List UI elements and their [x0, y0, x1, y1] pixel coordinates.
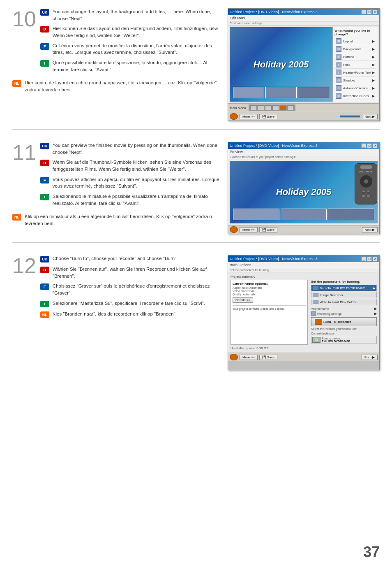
win-12-buttons: _ □ ✕: [361, 256, 378, 261]
step-12-lang-uk: UK Choose "Burn to", choose your recorde…: [40, 255, 219, 262]
main-menu-label: Main Menu: [230, 106, 246, 110]
photo-3: [298, 87, 329, 98]
side-item-interaction[interactable]: ⊞ Interaction Cubes ▶: [334, 92, 376, 100]
step-12-content: UK Choose "Burn to", choose your recorde…: [40, 255, 219, 321]
win-10: Untitled Project * [DVD-Video] - NeroVis…: [228, 8, 380, 121]
step-11-number: 11: [12, 142, 36, 163]
remote-btn-2[interactable]: [367, 190, 371, 193]
win-10-footer: More >> 💾 Save Next ▶: [228, 112, 379, 121]
photo-11-2[interactable]: [281, 209, 327, 220]
image-recorder-option[interactable]: Image Recorder: [311, 292, 377, 298]
shadow-icon: ◑: [336, 77, 341, 83]
win-10-titlebar: Untitled Project * [DVD-Video] - NeroVis…: [228, 9, 379, 15]
select-recorder-label: Select the recorder you want to use:: [311, 327, 377, 330]
set-params-label: Set the parameters for burning:: [311, 280, 377, 283]
step-11-uk-text: You can preview the finished movie by pr…: [53, 142, 219, 156]
save-btn-11[interactable]: 💾 Save: [259, 227, 277, 232]
win-10-menubar: Edit Menu: [228, 15, 379, 21]
side-item-autorun[interactable]: ▷ Autorun/Xplosion ▶: [334, 84, 376, 92]
details-btn[interactable]: Details >>: [233, 297, 253, 303]
video-mode: Video mode: PAL: [233, 290, 306, 293]
quality: Quality: Automatic: [233, 293, 306, 296]
win-11-body: Holiday 2005 TITLE MENU: [228, 159, 379, 225]
remote-btn-1[interactable]: [361, 190, 365, 193]
side-item-background[interactable]: ▨ Background ▶: [334, 45, 376, 53]
win-12-maximize[interactable]: □: [367, 256, 372, 261]
recording-icon: [311, 311, 316, 316]
photo-11-1[interactable]: [233, 209, 279, 220]
win-11-maximize[interactable]: □: [367, 143, 372, 148]
win-11-minimize[interactable]: _: [361, 143, 366, 148]
step-11-lang-d: D Wenn Sie auf die Thumbnail-Symbole kli…: [40, 159, 219, 172]
save-btn-10[interactable]: 💾 Save: [259, 114, 277, 119]
footer-progress: [340, 115, 360, 118]
flag-nl-12: NL: [40, 311, 49, 318]
remote-dpad[interactable]: [360, 175, 372, 188]
next-btn-10[interactable]: Next ▶: [362, 114, 378, 119]
remote-dpad-center: [364, 179, 368, 183]
remote-btn-4[interactable]: [367, 195, 371, 197]
next-btn-11[interactable]: Next ▶: [362, 227, 378, 232]
win-minimize-btn[interactable]: _: [361, 9, 366, 14]
step-10-lang-i: I Qui è possibile modificare la disposiz…: [40, 59, 219, 73]
win-maximize-btn[interactable]: □: [367, 9, 372, 14]
remote-top: [360, 165, 372, 169]
background-icon: ▨: [336, 46, 341, 52]
page-number: 37: [363, 543, 380, 561]
step-11-d-text: Wenn Sie auf die Thumbnail-Symbole klick…: [53, 159, 219, 172]
step-12-nl-text: Kies "Branden naar", kies de recorder en…: [53, 311, 177, 318]
page: 10 UK You can change the layout, the bac…: [0, 0, 392, 569]
flag-uk-12: UK: [40, 256, 49, 262]
win-11-buttons: _ □ ✕: [361, 143, 378, 148]
project-summary-title: Project summary: [231, 275, 377, 279]
nav-icon-1[interactable]: [250, 105, 257, 110]
win-11-menubar: Preview: [228, 149, 379, 155]
more-btn-12[interactable]: More >>: [240, 355, 258, 360]
interaction-icon: ⊞: [336, 93, 341, 99]
step-12-uk-text: Choose "Burn to", choose your recorder a…: [53, 255, 178, 262]
step-11-lang-nl: NL Klik op een miniatuur als u een afger…: [12, 213, 219, 227]
remote-btn-3[interactable]: [361, 195, 365, 197]
win-12-minimize[interactable]: _: [361, 256, 366, 261]
nav-icon-6[interactable]: [287, 105, 294, 110]
win-11-close[interactable]: ✕: [373, 143, 378, 148]
side-item-layout[interactable]: ▦ Layout ▶: [334, 37, 376, 45]
volume-frame-row: Volume frame ▶: [311, 307, 377, 311]
nav-icon-4[interactable]: [272, 105, 279, 110]
step-10-i-text: Qui è possibile modificare la disposizio…: [53, 59, 219, 73]
more-btn-11[interactable]: More >>: [240, 227, 258, 232]
section-11-left: 11 UK You can preview the finished movie…: [12, 142, 228, 234]
photo-11-3[interactable]: [328, 209, 374, 220]
footer-logo-11: [230, 226, 238, 233]
step-10-nl-text: Hier kunt u de layout en achtergrond aan…: [25, 79, 219, 93]
burn-to-recorder-btn[interactable]: Burn To Recorder: [311, 317, 377, 326]
step-10-header: 10 UK You can change the layout, the bac…: [12, 8, 219, 76]
win-10-sub: Customize menu settings: [228, 21, 379, 26]
side-item-font[interactable]: A Font ▶: [334, 61, 376, 69]
side-item-buttons[interactable]: ⊞ Buttons ▶: [334, 53, 376, 61]
win-close-btn[interactable]: ✕: [373, 9, 378, 14]
win-12-close[interactable]: ✕: [373, 256, 378, 261]
footer-logo-12: [230, 354, 238, 360]
nav-icon-5[interactable]: [280, 105, 286, 110]
side-item-shadow[interactable]: ◑ Shadow ▶: [334, 77, 376, 84]
write-hdd-option[interactable]: Write to Hard Disk Folder: [311, 299, 377, 305]
win-11-menu-item: Preview: [230, 150, 243, 154]
flag-d-11: D: [40, 160, 49, 166]
step-12-lang-nl: NL Kies "Branden naar", kies de recorder…: [40, 311, 219, 318]
more-btn-10[interactable]: More >>: [240, 114, 258, 119]
side-item-header[interactable]: T Header/Footer Text ▶: [334, 69, 376, 77]
flag-i-12: I: [40, 301, 49, 307]
section-10: 10 UK You can change the layout, the bac…: [12, 8, 380, 130]
section-12-screenshot: Untitled Project * [DVD-Video] - NeroVis…: [228, 255, 380, 370]
nav-icon-3[interactable]: [265, 105, 272, 110]
save-btn-12[interactable]: 💾 Save: [259, 355, 277, 360]
image-recorder-label: Image Recorder: [320, 293, 343, 297]
footer-logo: [230, 113, 238, 120]
burn-to-option[interactable]: Burn To PHILIPS DVDR1648P ▶: [311, 285, 377, 291]
step-10-lang-d: D Hier können Sie das Layout und den Hin…: [40, 25, 219, 39]
nav-icon-2[interactable]: [258, 105, 264, 110]
win-10-photos: [233, 87, 329, 98]
burn-btn-12[interactable]: Burn ▶: [362, 355, 378, 360]
image-recorder-icon: [313, 293, 318, 297]
